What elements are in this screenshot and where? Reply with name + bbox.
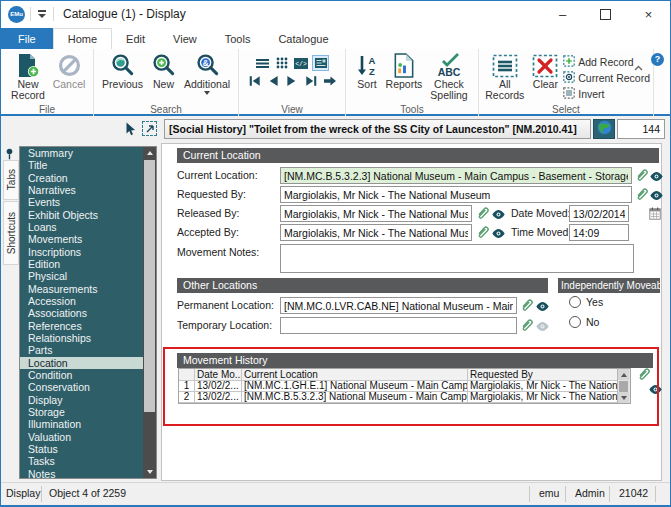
sidebar-item-references[interactable]: References — [20, 320, 143, 332]
globe-indicator[interactable] — [593, 119, 615, 139]
accepted-by-field[interactable] — [280, 224, 472, 241]
sidebar-item-valuation[interactable]: Valuation — [20, 431, 143, 443]
current-location-field[interactable] — [280, 167, 632, 184]
previous-search-button[interactable]: Previous — [99, 51, 146, 90]
scroll-down-icon[interactable] — [618, 392, 629, 403]
requested-by-field[interactable] — [280, 186, 632, 203]
column-header-date-moved[interactable]: Date Mo... — [195, 369, 242, 381]
sidebar-item-status[interactable]: Status — [20, 443, 143, 455]
quick-access-dropdown-icon[interactable] — [37, 10, 47, 18]
sidebar-item-narratives[interactable]: Narratives — [20, 184, 143, 196]
column-header-requested-by[interactable]: Requested By — [468, 369, 620, 381]
sidebar-scrollbar[interactable] — [143, 147, 156, 478]
new-search-button[interactable]: New — [146, 51, 181, 90]
close-button[interactable]: × — [627, 1, 670, 28]
previous-record-icon[interactable] — [266, 74, 281, 88]
sidebar-item-movements[interactable]: Movements — [20, 233, 143, 245]
sidebar-item-measurements[interactable]: Measurements — [20, 283, 143, 295]
paperclip-icon[interactable] — [475, 206, 489, 220]
date-moved-field[interactable] — [569, 205, 629, 222]
scrollbar-thumb[interactable] — [619, 381, 628, 392]
collapse-ribbon-icon[interactable] — [634, 57, 642, 62]
scroll-up-icon[interactable] — [618, 369, 629, 380]
strip-tab-shortcuts[interactable]: Shortcuts — [3, 201, 19, 265]
sidebar-item-exhibit-objects[interactable]: Exhibit Objects — [20, 209, 143, 221]
tab-catalogue[interactable]: Catalogue — [264, 28, 342, 49]
paperclip-icon[interactable] — [634, 187, 648, 201]
all-records-button[interactable]: All Records — [482, 51, 528, 101]
sidebar-item-physical[interactable]: Physical — [20, 270, 143, 282]
current-record-button[interactable]: Current Record — [563, 70, 650, 85]
sidebar-item-location[interactable]: Location — [20, 357, 143, 369]
reports-button[interactable]: Reports — [383, 51, 425, 90]
tab-view[interactable]: View — [159, 28, 211, 49]
invert-selection-button[interactable]: Invert — [563, 86, 650, 101]
eye-icon[interactable] — [491, 207, 505, 221]
sidebar-item-conservation[interactable]: Conservation — [20, 381, 143, 393]
sidebar-item-illumination[interactable]: Illumination — [20, 418, 143, 430]
scrollbar-thumb[interactable] — [144, 160, 155, 412]
sidebar-item-inscriptions[interactable]: Inscriptions — [20, 246, 143, 258]
tab-file[interactable]: File — [1, 28, 53, 49]
table-scrollbar[interactable] — [617, 369, 630, 403]
eye-disabled-icon[interactable] — [535, 319, 549, 333]
movement-notes-field[interactable] — [280, 244, 634, 273]
sidebar-item-relationships[interactable]: Relationships — [20, 332, 143, 344]
column-header-num[interactable] — [179, 369, 195, 381]
table-row[interactable]: 1 13/02/2... [NM.MC.1.GH.E.1] National M… — [179, 381, 630, 392]
paperclip-icon[interactable] — [636, 367, 650, 381]
temporary-location-field[interactable] — [280, 317, 517, 334]
table-row[interactable]: 2 13/02/2... [NM.MC.B.5.3.2.3] National … — [179, 392, 630, 403]
sidebar-item-summary[interactable]: Summary — [20, 147, 143, 159]
check-spelling-button[interactable]: ABC Check Spelling — [425, 51, 473, 101]
sidebar-item-title[interactable]: Title — [20, 159, 143, 171]
independently-moveable-yes-radio[interactable] — [569, 296, 581, 308]
cursor-icon[interactable] — [125, 122, 136, 140]
sidebar-item-tasks[interactable]: Tasks — [20, 455, 143, 467]
list-view-icon[interactable] — [255, 56, 270, 70]
permanent-location-field[interactable] — [280, 297, 517, 314]
calendar-icon[interactable] — [648, 206, 662, 220]
form-view-icon[interactable] — [312, 55, 329, 71]
paperclip-icon[interactable] — [475, 225, 489, 239]
help-button[interactable]: ? — [651, 53, 664, 66]
eye-icon[interactable] — [535, 299, 549, 313]
code-view-icon[interactable]: </> — [293, 56, 308, 70]
goto-record-icon[interactable] — [323, 74, 338, 88]
sidebar-item-edition[interactable]: Edition — [20, 258, 143, 270]
sidebar-item-loans[interactable]: Loans — [20, 221, 143, 233]
sidebar-item-notes[interactable]: Notes — [20, 468, 143, 478]
minimize-button[interactable]: – — [541, 1, 584, 28]
eye-icon[interactable] — [648, 382, 662, 396]
paperclip-icon[interactable] — [519, 318, 533, 332]
additional-search-button[interactable]: & Additional — [181, 51, 233, 95]
paperclip-icon[interactable] — [519, 298, 533, 312]
eye-icon[interactable] — [649, 188, 663, 202]
new-record-button[interactable]: New Record — [6, 51, 50, 101]
tab-edit[interactable]: Edit — [112, 28, 159, 49]
tab-tools[interactable]: Tools — [211, 28, 265, 49]
sidebar-item-events[interactable]: Events — [20, 196, 143, 208]
sidebar-item-condition[interactable]: Condition — [20, 369, 143, 381]
next-record-icon[interactable] — [285, 74, 300, 88]
strip-tab-tabs[interactable]: Tabs — [3, 160, 19, 200]
sidebar-item-creation[interactable]: Creation — [20, 172, 143, 184]
eye-icon[interactable] — [491, 226, 505, 240]
maximize-button[interactable] — [584, 1, 627, 28]
sidebar-item-display[interactable]: Display — [20, 394, 143, 406]
sidebar-item-parts[interactable]: Parts — [20, 344, 143, 356]
scroll-down-icon[interactable] — [143, 466, 156, 478]
last-record-icon[interactable] — [304, 74, 319, 88]
independently-moveable-no-radio[interactable] — [569, 316, 581, 328]
eye-icon[interactable] — [649, 169, 663, 183]
time-moved-field[interactable] — [569, 224, 629, 241]
released-by-field[interactable] — [280, 205, 472, 222]
clear-selection-button[interactable]: Clear — [528, 51, 564, 90]
sidebar-item-storage[interactable]: Storage — [20, 406, 143, 418]
marquee-select-icon[interactable] — [142, 121, 157, 136]
scroll-up-icon[interactable] — [143, 147, 156, 159]
column-header-current-location[interactable]: Current Location — [242, 369, 468, 381]
sidebar-item-associations[interactable]: Associations — [20, 307, 143, 319]
cancel-button[interactable]: Cancel — [50, 51, 88, 90]
paperclip-icon[interactable] — [634, 168, 648, 182]
